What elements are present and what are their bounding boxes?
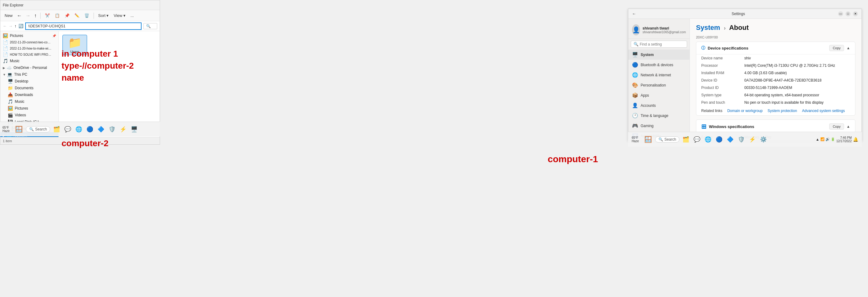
tray-battery[interactable]: 🔋 [831,137,835,141]
copy-icon[interactable]: 📋 [53,12,62,19]
accounts-nav-icon: 👤 [632,102,638,108]
settings-search-box[interactable]: 🔍 [631,41,687,48]
delete-icon[interactable]: 🗑️ [83,12,91,19]
nav-apps[interactable]: 📦 Apps [628,90,689,100]
nav-accounts[interactable]: 👤 Accounts [628,100,689,111]
windows-copy-btn[interactable]: Copy [829,123,844,129]
weather-widget2[interactable]: 65°F Haze [2,126,9,132]
sidebar-item-videos[interactable]: 🎬 Videos [0,112,58,118]
music-icon2: 🎵 [8,99,13,104]
time-nav-icon: 🕐 [632,113,638,118]
sidebar-item-file2[interactable]: 📄 2022-11-20-how-to-make-windows-11-boot… [0,45,58,51]
tray-time-display: 7:46 PM [836,136,852,140]
taskbar-store1[interactable]: 🔵 [714,135,724,144]
taskbar-search1[interactable]: 🔍 Search [655,136,679,143]
taskbar-edge2[interactable]: 🌐 [74,125,83,134]
documents-icon: 📁 [8,86,13,90]
taskbar-security1[interactable]: 🛡️ [737,135,746,144]
spec-row-devicename: Device name shiv [696,55,855,62]
divider2 [94,12,94,19]
apps-nav-icon: 📦 [632,92,638,98]
sidebar-item-onedrive[interactable]: ▶ ☁️ OneDrive - Personal [0,64,58,71]
fe-titlebar: File Explorer [0,0,160,10]
temperature2: 65°F [2,126,9,129]
nav-forward2-icon[interactable]: → [9,24,12,28]
nav-back-icon[interactable]: ← [16,12,23,19]
tray-arrow[interactable]: ▲ [816,137,819,142]
breadcrumb-parent[interactable]: System [696,24,720,31]
taskbar-edge1[interactable]: 🌐 [703,135,713,144]
nav-accounts-label: Accounts [641,103,656,108]
close-btn[interactable]: ✕ [853,11,858,16]
settings-search-input[interactable] [640,42,684,47]
sidebar-item-pictures-quick[interactable]: 🖼️ Pictures 📌 [0,32,58,39]
nav-up-icon[interactable]: ↑ [33,12,38,19]
minimize-btn[interactable]: — [838,11,843,16]
nav-bluetooth[interactable]: 🔵 Bluetooth & devices [628,60,689,70]
advanced-system-link[interactable]: Advanced system settings [802,109,845,113]
start-button1[interactable]: 🪟 [643,135,653,144]
sidebar-item-pictures[interactable]: 🖼️ Pictures [0,105,58,112]
settings-titlebar: ← Settings — □ ✕ [628,9,862,19]
domain-workgroup-link[interactable]: Domain or workgroup [727,109,763,113]
onedrive-icon: ☁️ [6,65,12,70]
taskbar-app2[interactable]: ⚡ [119,125,128,134]
windows-chevron-btn[interactable]: ▲ [846,124,850,129]
taskbar-files1[interactable]: 🗂️ [681,135,690,144]
rename-icon[interactable]: ✏️ [73,12,81,19]
system-protection-link[interactable]: System protection [767,109,797,113]
tray-wifi[interactable]: 📶 [820,137,825,141]
taskbar-settings1[interactable]: ⚙️ [759,135,768,144]
sidebar-item-downloads[interactable]: 📥 Downloads [0,91,58,98]
sidebar-item-file1[interactable]: 📄 2022-11-20-connect-two-computers-on-sa… [0,39,58,45]
address-bar[interactable] [25,23,142,30]
fe-addressbar: ← → ↑ 🔄 🔍 [0,21,160,31]
taskbar-store2[interactable]: 🔵 [85,125,94,134]
taskbar-sys2[interactable]: 🖥️ [129,125,139,134]
toolbar-sort[interactable]: Sort ▾ [96,12,111,19]
device-chevron-btn[interactable]: ▲ [846,46,850,50]
toolbar-new[interactable]: New [3,12,14,19]
device-specs-title: ⓘ Device specifications [701,45,748,51]
maximize-btn[interactable]: □ [845,11,850,16]
toolbar-more[interactable]: ... [129,12,136,19]
taskbar-vscode1[interactable]: 🔷 [725,135,735,144]
taskbar-app1a[interactable]: ⚡ [748,135,757,144]
start-button2[interactable]: 🪟 [14,124,24,134]
tray-sound[interactable]: 🔊 [826,137,830,141]
nav-forward-icon[interactable]: → [24,12,32,19]
sidebar-item-music[interactable]: 🎵 Music [0,98,58,105]
nav-network-label: Network & internet [641,73,671,77]
nav-time[interactable]: 🕐 Time & language [628,111,689,121]
tray-clock[interactable]: 7:46 PM 12/17/2022 [836,136,852,143]
taskbar-chat1[interactable]: 💬 [692,135,702,144]
sidebar-item-wifi[interactable]: 📄 HOW TO SOLVE WIFI PROBLEM IN WIN10 [0,51,58,58]
settings-user-profile[interactable]: 👤 shivansh tiwari shivanshtiwari1065@gma… [628,21,689,39]
taskbar-search2[interactable]: 🔍 Search [26,126,50,132]
taskbar-chat2[interactable]: 💬 [63,125,72,134]
taskbar-security2[interactable]: 🛡️ [107,125,117,134]
taskbar-files2[interactable]: 🗂️ [52,125,61,134]
taskbar-vscode2[interactable]: 🔷 [96,125,105,134]
paste-icon[interactable]: 📌 [63,12,71,19]
settings-back-icon[interactable]: ← [632,11,636,16]
weather-widget1[interactable]: 65°F Haze [632,136,639,143]
sidebar-item-documents[interactable]: 📁 Documents [0,85,58,91]
sidebar-item-music-quick[interactable]: 🎵 Music [0,58,58,64]
sidebar-item-thispc[interactable]: ▼ 💻 This PC [0,71,58,78]
notification-btn[interactable]: 🔔 [853,137,858,142]
nav-up2-icon[interactable]: ↑ [14,24,17,28]
instruction-text: in computer 1 type-//computer-2 name [62,48,134,84]
refresh-icon[interactable]: 🔄 [19,24,23,28]
nav-system[interactable]: 🖥️ System [628,50,689,60]
cut-icon[interactable]: ✂️ [43,12,52,19]
nav-back2-icon[interactable]: ← [3,24,7,28]
nav-network[interactable]: 🌐 Network & internet [628,70,689,80]
nav-gaming[interactable]: 🎮 Gaming [628,121,689,131]
sidebar-item-desktop[interactable]: 🖥️ Desktop [0,78,58,85]
search-box[interactable]: 🔍 [144,23,157,29]
nav-personalisation[interactable]: 🎨 Personalisation [628,80,689,90]
toolbar-view[interactable]: View ▾ [112,12,127,19]
condition2: Haze [2,129,9,132]
device-copy-btn[interactable]: Copy [829,45,844,51]
